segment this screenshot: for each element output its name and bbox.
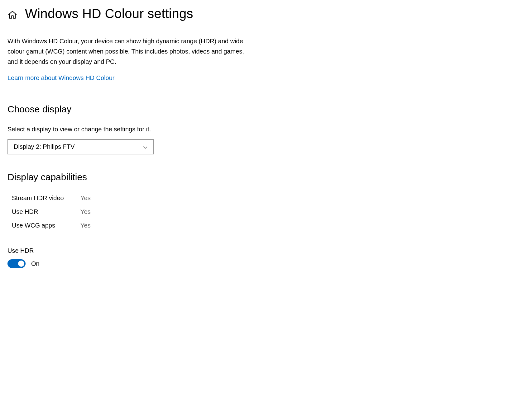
- choose-display-subtext: Select a display to view or change the s…: [7, 126, 525, 133]
- home-icon[interactable]: [7, 10, 17, 20]
- display-select-value: Display 2: Philips FTV: [14, 143, 75, 150]
- choose-display-heading: Choose display: [7, 104, 525, 115]
- table-row: Use WCG apps Yes: [12, 219, 525, 232]
- capability-label: Use HDR: [12, 205, 80, 219]
- capability-label: Use WCG apps: [12, 219, 80, 232]
- capability-value: Yes: [80, 219, 91, 232]
- display-select[interactable]: Display 2: Philips FTV: [7, 139, 154, 154]
- table-row: Use HDR Yes: [12, 205, 525, 219]
- page-description: With Windows HD Colour, your device can …: [7, 36, 244, 67]
- capability-value: Yes: [80, 191, 91, 205]
- learn-more-link[interactable]: Learn more about Windows HD Colour: [7, 74, 115, 82]
- chevron-down-icon: [143, 144, 148, 149]
- capabilities-table: Stream HDR video Yes Use HDR Yes Use WCG…: [12, 191, 525, 232]
- toggle-knob: [18, 261, 24, 267]
- use-hdr-toggle[interactable]: [7, 259, 26, 268]
- use-hdr-label: Use HDR: [7, 247, 525, 254]
- table-row: Stream HDR video Yes: [12, 191, 525, 205]
- use-hdr-state: On: [31, 260, 40, 267]
- page-title: Windows HD Colour settings: [25, 6, 193, 21]
- display-capabilities-heading: Display capabilities: [7, 172, 525, 182]
- capability-label: Stream HDR video: [12, 191, 80, 205]
- capability-value: Yes: [80, 205, 91, 219]
